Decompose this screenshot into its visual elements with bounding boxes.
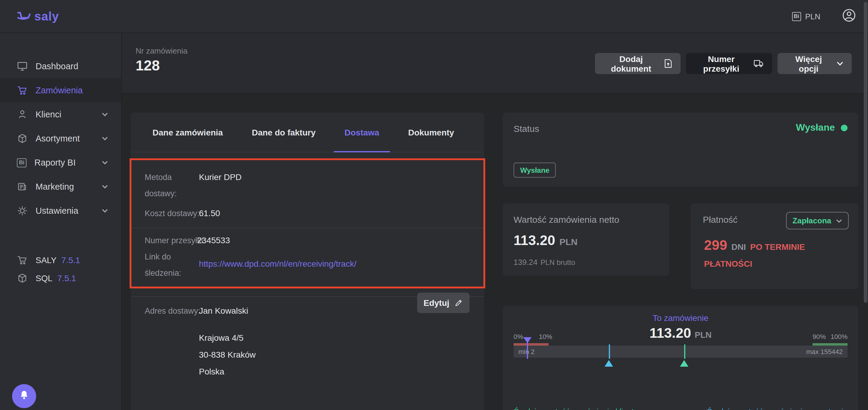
- bi-report-icon: Bi: [17, 158, 27, 167]
- low-range-segment: [514, 343, 549, 346]
- chevron-down-icon: [102, 209, 108, 212]
- overdue-unit: DNI: [732, 242, 746, 252]
- client-avg-label: Średnia wartość zamówienia klienta: [514, 407, 638, 410]
- chevron-down-icon: [102, 185, 108, 189]
- tracking-link[interactable]: https://www.dpd.com/nl/en/receiving/trac…: [199, 256, 356, 272]
- topbar: saly Bi PLN: [0, 0, 868, 33]
- order-tabs: Dane zamówienia Dane do faktury Dostawa …: [131, 112, 484, 152]
- sidebar-item-ustawienia[interactable]: Ustawienia: [0, 199, 121, 223]
- value-range-gauge: 0% 10% 90% 100% min 2 max 155442: [514, 346, 847, 357]
- bi-icon: Bi: [792, 12, 801, 21]
- version-number: 7.5.1: [61, 255, 80, 265]
- sidebar-item-label: Raporty BI: [34, 158, 76, 167]
- net-amount-row: 113.20 PLN: [514, 232, 578, 249]
- gauge-min-label: min 2: [518, 346, 535, 357]
- tab-dostawa[interactable]: Dostawa: [337, 112, 386, 152]
- chevron-down-icon: [102, 112, 108, 116]
- sidebar-item-label: Ustawienia: [36, 206, 79, 215]
- address-city: 30-838 Kraków: [199, 347, 255, 363]
- address-country: Polska: [199, 364, 224, 380]
- section-divider: [131, 228, 484, 228]
- average-labels-row: Średnia wartość zamówienia klienta Średn…: [514, 407, 847, 410]
- system-avg-marker-icon: [604, 360, 613, 367]
- bell-icon: [19, 390, 29, 403]
- add-document-label: Dodaj dokument: [603, 54, 659, 73]
- net-amount: 113.20: [514, 232, 555, 249]
- tracking-link-label: Link do śledzenia:: [145, 249, 188, 281]
- truck-icon: [753, 60, 764, 67]
- newspaper-icon: [17, 181, 28, 192]
- cube-icon: [17, 273, 28, 283]
- order-number-value: 128: [135, 57, 160, 74]
- delivery-cost-value: 61.50: [199, 205, 220, 221]
- sidebar-item-label: Dashboard: [36, 61, 79, 71]
- payment-status-dropdown[interactable]: Zapłacona: [786, 212, 849, 229]
- file-upload-icon: [664, 59, 672, 68]
- more-options-label: Więcej opcji: [786, 54, 831, 73]
- version-info: SALY 7.5.1 SQL 7.5.1: [0, 251, 121, 287]
- order-details-card: Dane zamówienia Dane do faktury Dostawa …: [131, 112, 484, 410]
- payment-title: Płatność: [703, 214, 738, 225]
- edit-address-button[interactable]: Edytuj: [417, 293, 470, 313]
- order-comparison-card: To zamówienie 113.20PLN 0% 10% 90% 100% …: [503, 306, 858, 410]
- tab-label: Dane do faktury: [252, 127, 315, 137]
- more-options-button[interactable]: Więcej opcji: [778, 53, 852, 74]
- tracking-link-url[interactable]: https://www.dpd.com/nl/en/receiving/trac…: [199, 259, 356, 269]
- sidebar-item-label: Zamówienia: [36, 86, 83, 95]
- tab-dokumenty[interactable]: Dokumenty: [401, 112, 461, 152]
- status-card-title: Status: [514, 124, 539, 134]
- app-logo[interactable]: saly: [17, 9, 59, 23]
- vertical-scrollbar-thumb[interactable]: [864, 2, 867, 303]
- overdue-days: 299: [704, 237, 727, 253]
- status-indicator: Wysłane: [796, 122, 847, 133]
- monitor-icon: [17, 61, 28, 72]
- overdue-line-2: PŁATNOŚCI: [704, 259, 752, 269]
- this-order-label: To zamówienie: [503, 313, 858, 323]
- gross-suffix: PLN brutto: [541, 258, 575, 267]
- tracking-number-label: Numer przesyłki:: [145, 232, 205, 249]
- sql-version-row: SQL 7.5.1: [0, 269, 121, 287]
- gear-icon: [17, 205, 28, 216]
- status-card: Status Wysłane Wysłane: [503, 112, 858, 186]
- cart-icon: [17, 255, 28, 266]
- pencil-icon: [455, 299, 463, 307]
- shipping-number-button[interactable]: Numer przesyłki: [686, 53, 772, 74]
- tab-label: Dane zamówienia: [153, 127, 223, 137]
- user-avatar-button[interactable]: [842, 8, 856, 24]
- system-avg-marker-line: [609, 344, 610, 359]
- currency-selector[interactable]: Bi PLN: [792, 12, 820, 21]
- order-value-card: Wartość zamówienia netto 113.20 PLN 139.…: [503, 204, 669, 276]
- system-avg-label: Średnia wartość zamówienia w systemie: [707, 407, 847, 410]
- scale-100: 100%: [831, 333, 847, 340]
- chevron-down-icon: [102, 137, 108, 140]
- sidebar-item-marketing[interactable]: Marketing: [0, 175, 121, 199]
- payment-card: Płatność Zapłacona 299 DNI PO TERMINIE P…: [691, 204, 858, 289]
- chevron-down-icon: [102, 161, 108, 164]
- sidebar-item-raporty-bi[interactable]: Bi Raporty BI: [0, 150, 121, 175]
- shipping-address-label: Adres dostawy:: [145, 303, 200, 319]
- sidebar-item-label: Marketing: [36, 182, 74, 192]
- sidebar-item-dashboard[interactable]: Dashboard: [0, 54, 121, 78]
- payment-status-value: Zapłacona: [792, 216, 831, 225]
- user-circle-icon: [842, 8, 856, 24]
- cart-icon: [17, 85, 28, 96]
- notifications-bell-button[interactable]: [12, 384, 36, 408]
- sidebar-item-label: Klienci: [36, 110, 61, 119]
- sidebar-item-asortyment[interactable]: Asortyment: [0, 127, 121, 150]
- status-badge-label: Wysłane: [520, 166, 550, 174]
- client-avg-marker-line: [684, 344, 685, 359]
- sidebar-nav: Dashboard Zamówienia Klienci: [0, 54, 121, 223]
- tab-dane-zamowienia[interactable]: Dane zamówienia: [145, 112, 230, 152]
- sidebar-item-klienci[interactable]: Klienci: [0, 102, 121, 127]
- tab-dane-do-faktury[interactable]: Dane do faktury: [244, 112, 323, 152]
- saly-version-row: SALY 7.5.1: [0, 251, 121, 269]
- percent-scale: 0% 10% 90% 100%: [514, 333, 847, 341]
- add-document-button[interactable]: Dodaj dokument: [595, 53, 681, 74]
- sidebar-item-zamowienia[interactable]: Zamówienia: [0, 78, 121, 102]
- high-range-segment: [812, 343, 847, 346]
- status-badge[interactable]: Wysłane: [514, 163, 556, 178]
- tab-label: Dokumenty: [408, 127, 454, 137]
- chevron-down-icon: [837, 61, 843, 66]
- order-number-label: Nr zamówienia: [135, 46, 187, 56]
- gross-amount-row: 139.24 PLN brutto: [514, 258, 575, 267]
